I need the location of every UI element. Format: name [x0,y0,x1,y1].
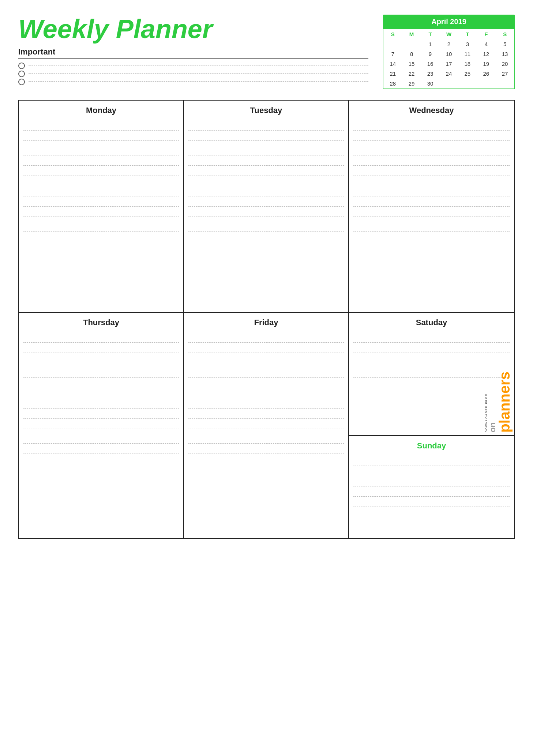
sunday-label: Sunday [353,441,510,451]
cal-day-w: W [440,29,458,40]
wednesday-cell: Wednesday [349,101,514,312]
header-section: Weekly Planner Important [18,15,515,89]
cal-week-5: 28 29 30 [383,79,515,89]
watermark-planners-text: planners [497,372,512,433]
weekly-grid-top: Monday Tuesday [18,100,515,312]
dotted-line-3 [29,81,368,82]
saturday-section: Satuday DOWNLOADED FROM on planners [349,313,514,436]
dotted-line-2 [29,73,368,74]
important-item-2 [18,71,368,77]
friday-cell: Friday [184,313,349,538]
monday-lines [23,120,179,232]
tuesday-lines [188,120,344,232]
wednesday-label: Wednesday [353,106,510,115]
calendar-widget: April 2019 S M T W T F S 1 2 [383,15,515,89]
cal-day-s2: S [495,29,514,40]
cal-week-2: 7 8 9 10 11 12 13 [383,49,515,59]
watermark-downloaded-text: DOWNLOADED FROM [485,393,488,432]
important-item-1 [18,63,368,69]
cal-day-f: F [477,29,495,40]
monday-cell: Monday [19,101,184,312]
thursday-lines [23,332,179,454]
sunday-section: Sunday [349,436,514,538]
circle-icon-3 [18,79,25,85]
calendar-header: April 2019 [383,15,515,29]
watermark-on-text: on [489,422,497,432]
dotted-line-1 [29,65,368,65]
sunday-lines [353,456,510,507]
tuesday-cell: Tuesday [184,101,349,312]
weekly-grid-bottom: Thursday Friday [18,312,515,539]
important-item-3 [18,79,368,85]
thursday-cell: Thursday [19,313,184,538]
cal-day-t1: T [421,29,440,40]
important-label: Important [18,47,368,59]
friday-label: Friday [188,318,344,327]
cal-week-3: 14 15 16 17 18 19 20 [383,59,515,69]
calendar-table: S M T W T F S 1 2 3 4 5 [383,29,515,89]
cal-day-m: M [402,29,421,40]
page-title: Weekly Planner [18,15,368,44]
watermark: DOWNLOADED FROM on planners [485,372,512,433]
cal-day-t2: T [458,29,477,40]
saturday-label: Satuday [353,318,510,327]
important-section: Important [18,47,368,85]
circle-icon-2 [18,71,25,77]
circle-icon-1 [18,63,25,69]
cal-week-1: 1 2 3 4 5 [383,39,515,49]
tuesday-label: Tuesday [188,106,344,115]
saturday-sunday-cell: Satuday DOWNLOADED FROM on planners Sund… [349,313,514,538]
cal-day-s1: S [383,29,402,40]
wednesday-lines [353,120,510,232]
thursday-label: Thursday [23,318,179,327]
monday-label: Monday [23,106,179,115]
friday-lines [188,332,344,454]
title-important-area: Weekly Planner Important [18,15,383,87]
cal-week-4: 21 22 23 24 25 26 27 [383,69,515,79]
